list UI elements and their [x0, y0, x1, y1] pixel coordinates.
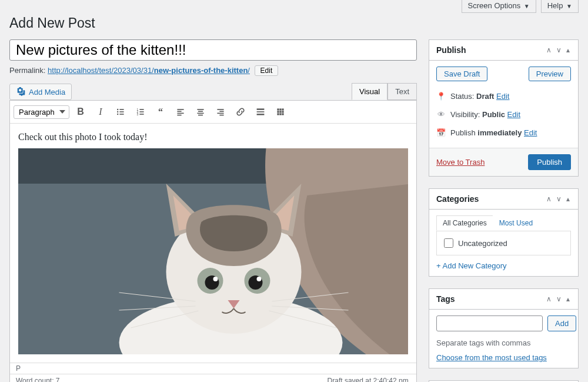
svg-rect-13 — [177, 111, 181, 112]
categories-metabox: Categories ∧ ∨ ▴ All Categories Most Use… — [429, 188, 579, 277]
svg-rect-20 — [217, 109, 223, 110]
svg-point-2 — [117, 111, 118, 112]
svg-rect-22 — [217, 113, 223, 114]
content-paragraph: Check out this photo I took today! — [18, 132, 408, 142]
save-draft-button[interactable]: Save Draft — [436, 67, 487, 81]
permalink-edit-button[interactable]: Edit — [255, 65, 279, 76]
svg-point-45 — [257, 277, 262, 281]
svg-rect-31 — [279, 111, 281, 112]
content-image[interactable] — [18, 148, 408, 354]
editor-toolbar: Paragraph B I 123 “ — [10, 101, 416, 124]
tab-visual[interactable]: Visual — [352, 83, 387, 100]
svg-rect-35 — [282, 113, 283, 115]
svg-rect-30 — [277, 111, 279, 112]
publish-button[interactable]: Publish — [528, 154, 571, 170]
svg-point-4 — [117, 114, 118, 115]
category-checkbox[interactable] — [444, 238, 453, 248]
link-button[interactable] — [232, 103, 249, 121]
svg-rect-15 — [177, 115, 181, 116]
svg-point-0 — [117, 109, 118, 110]
svg-rect-32 — [282, 111, 283, 112]
svg-text:3: 3 — [137, 113, 139, 116]
italic-button[interactable]: I — [92, 103, 109, 121]
svg-rect-23 — [219, 115, 223, 116]
align-left-button[interactable] — [172, 103, 189, 121]
toggle-panel-icon[interactable]: ▴ — [565, 194, 571, 204]
calendar-icon: 📅 — [436, 128, 446, 137]
svg-rect-11 — [139, 114, 143, 115]
preview-button[interactable]: Preview — [529, 67, 571, 81]
svg-rect-18 — [197, 113, 203, 114]
svg-rect-5 — [119, 114, 123, 115]
page-title: Add New Post — [0, 14, 588, 39]
toolbar-toggle-button[interactable] — [272, 103, 289, 121]
svg-rect-17 — [198, 111, 203, 112]
save-status: Draft saved at 2:40:42 pm. — [328, 377, 410, 382]
align-center-button[interactable] — [192, 103, 209, 121]
content-editor[interactable]: Check out this photo I took today! — [10, 124, 416, 363]
edit-date-link[interactable]: Edit — [524, 128, 537, 137]
quote-button[interactable]: “ — [152, 103, 169, 121]
tab-all-categories[interactable]: All Categories — [436, 215, 493, 231]
caret-down-icon: ▼ — [566, 3, 572, 9]
svg-rect-28 — [279, 108, 281, 110]
move-down-icon[interactable]: ∨ — [555, 45, 563, 55]
numbered-list-button[interactable]: 123 — [132, 103, 149, 121]
svg-rect-25 — [257, 111, 265, 112]
svg-rect-12 — [177, 109, 183, 110]
bold-button[interactable]: B — [72, 103, 89, 121]
svg-rect-7 — [139, 109, 143, 110]
tag-input[interactable] — [436, 315, 543, 331]
tags-metabox: Tags ∧ ∨ ▴ Add Separate tags with commas… — [429, 288, 579, 368]
svg-rect-33 — [277, 113, 279, 115]
svg-rect-14 — [177, 113, 183, 114]
caret-down-icon: ▼ — [524, 3, 530, 9]
tag-hint: Separate tags with commas — [436, 338, 571, 347]
svg-rect-21 — [219, 111, 223, 112]
permalink-link[interactable]: http://localhost/test/2023/03/31/new-pic… — [48, 66, 250, 75]
help-tab[interactable]: Help ▼ — [541, 0, 579, 13]
tab-text[interactable]: Text — [387, 83, 417, 100]
svg-rect-9 — [139, 111, 143, 112]
svg-rect-19 — [198, 115, 203, 116]
move-up-icon[interactable]: ∧ — [545, 294, 553, 304]
add-new-category-link[interactable]: + Add New Category — [436, 261, 507, 270]
svg-rect-26 — [257, 114, 265, 115]
add-media-button[interactable]: Add Media — [9, 84, 72, 100]
publish-heading: Publish — [436, 45, 466, 55]
category-item[interactable]: Uncategorized — [444, 238, 563, 248]
move-up-icon[interactable]: ∧ — [545, 194, 553, 204]
svg-rect-24 — [257, 108, 265, 109]
move-to-trash-link[interactable]: Move to Trash — [436, 158, 485, 167]
add-tag-button[interactable]: Add — [547, 315, 576, 331]
format-select[interactable]: Paragraph — [14, 105, 69, 119]
edit-visibility-link[interactable]: Edit — [507, 110, 520, 119]
choose-tags-link[interactable]: Choose from the most used tags — [436, 353, 547, 362]
tab-most-used[interactable]: Most Used — [493, 215, 539, 231]
svg-rect-16 — [197, 109, 203, 110]
move-down-icon[interactable]: ∨ — [555, 294, 563, 304]
svg-rect-3 — [119, 111, 123, 112]
svg-rect-27 — [277, 108, 279, 110]
move-up-icon[interactable]: ∧ — [545, 45, 553, 55]
camera-icon — [16, 87, 26, 97]
svg-rect-29 — [282, 108, 283, 110]
key-icon: 📍 — [436, 92, 446, 101]
align-right-button[interactable] — [212, 103, 229, 121]
svg-rect-34 — [279, 113, 281, 115]
post-title-input[interactable] — [9, 39, 417, 61]
toggle-panel-icon[interactable]: ▴ — [565, 294, 571, 304]
bullet-list-button[interactable] — [112, 103, 129, 121]
visibility-icon: 👁 — [436, 110, 446, 119]
move-down-icon[interactable]: ∨ — [555, 194, 563, 204]
edit-status-link[interactable]: Edit — [496, 92, 509, 101]
toggle-panel-icon[interactable]: ▴ — [565, 45, 571, 55]
word-count: Word count: 7 — [16, 377, 60, 382]
read-more-button[interactable] — [252, 103, 269, 121]
screen-options-tab[interactable]: Screen Options ▼ — [462, 0, 536, 13]
permalink-row: Permalink: http://localhost/test/2023/03… — [9, 61, 417, 81]
svg-rect-1 — [119, 109, 123, 110]
element-path[interactable]: P — [16, 364, 21, 373]
categories-heading: Categories — [436, 194, 479, 204]
tags-heading: Tags — [436, 294, 455, 304]
